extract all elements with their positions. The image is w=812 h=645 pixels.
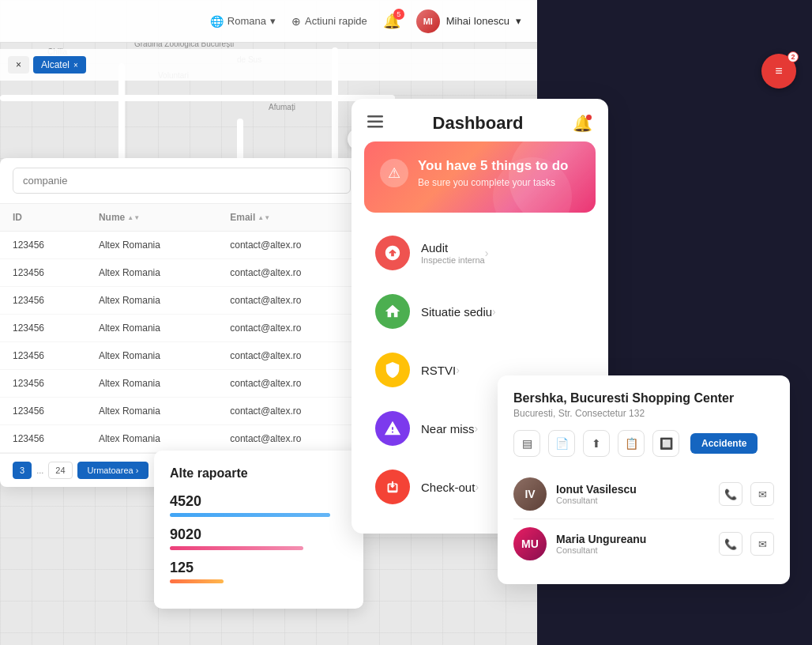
cell-id: 123456 <box>0 425 86 453</box>
menu-label: Check-out <box>421 481 475 494</box>
person-item: MU Maria Ungureanu Consultant 📞 ✉ <box>513 519 774 568</box>
chevron-right-icon: › <box>475 481 479 493</box>
accidente-badge[interactable]: Accidente <box>690 433 757 454</box>
close-filter-tab[interactable]: × <box>8 56 29 74</box>
doc-icon-5[interactable]: 🔲 <box>652 430 679 457</box>
fab-filter-button[interactable]: ≡ 2 <box>761 54 796 89</box>
chevron-right-icon: › <box>456 364 460 376</box>
person-role: Consultant <box>556 545 709 555</box>
email-icon[interactable]: ✉ <box>750 482 774 506</box>
cell-name: Altex Romania <box>86 259 217 287</box>
dashboard-title: Dashboard <box>433 113 524 134</box>
table-row[interactable]: 123456 Altex Romania contact@altex.ro <box>0 232 363 259</box>
location-actions-bar: ▤ 📄 ⬆ 📋 🔲 Accidente <box>513 430 774 457</box>
user-menu[interactable]: MI Mihai Ionescu ▾ <box>416 9 521 33</box>
alte-stat-item: 9020 <box>170 526 348 550</box>
doc-icon-1[interactable]: ▤ <box>513 430 540 457</box>
cell-email: contact@altex.ro <box>217 425 363 453</box>
bell-dot <box>586 115 592 120</box>
menu-icon-audit <box>375 236 410 270</box>
alte-stat-item: 4520 <box>170 493 348 517</box>
company-search-input[interactable] <box>13 168 351 194</box>
table-row[interactable]: 123456 Altex Romania contact@altex.ro <box>0 342 363 370</box>
menu-item-audit[interactable]: Audit Inspectie interna › <box>359 225 600 281</box>
menu-label: Audit <box>421 241 485 255</box>
chevron-right-icon: › <box>136 466 139 475</box>
menu-icon-check-out <box>375 470 410 504</box>
cell-id: 123456 <box>0 259 86 287</box>
phone-icon[interactable]: 📞 <box>719 532 742 556</box>
menu-icon-situatie-sediu <box>375 294 410 329</box>
filter-icon: ≡ <box>775 64 782 78</box>
table-row[interactable]: 123456 Altex Romania contact@altex.ro <box>0 425 363 453</box>
menu-item-situatie-sediu[interactable]: Situatie sediu › <box>359 284 600 339</box>
table-row[interactable]: 123456 Altex Romania contact@altex.ro <box>0 315 363 342</box>
doc-icon-4[interactable]: 📋 <box>618 430 645 457</box>
hamburger-menu-icon[interactable] <box>367 115 383 132</box>
banner-subtitle: Be sure you complete your tasks <box>418 177 568 188</box>
stat-bar <box>170 513 330 517</box>
page-btn-next[interactable]: Urmatoarea › <box>77 462 149 479</box>
table-row[interactable]: 123456 Altex Romania contact@altex.ro <box>0 370 363 398</box>
next-label: Urmatoarea <box>88 466 133 475</box>
cell-email: contact@altex.ro <box>217 287 363 315</box>
location-card: Bershka, Bucuresti Shopping Center Bucur… <box>498 375 790 584</box>
cell-name: Altex Romania <box>86 370 217 398</box>
header-bar: 🌐 Romana ▾ ⊕ Actiuni rapide 🔔 5 MI Mihai… <box>0 0 537 43</box>
cell-email: contact@altex.ro <box>217 342 363 370</box>
stat-value: 9020 <box>170 526 348 543</box>
table-row[interactable]: 123456 Altex Romania contact@altex.ro <box>0 398 363 425</box>
persons-list: IV Ionut Vasilescu Consultant 📞 ✉ MU Mar… <box>513 470 774 568</box>
user-name: Mihai Ionescu <box>446 15 509 27</box>
stat-bar <box>170 546 303 550</box>
cell-name: Altex Romania <box>86 425 217 453</box>
doc-icon-2[interactable]: 📄 <box>548 430 575 457</box>
stat-value: 4520 <box>170 493 348 510</box>
person-avatar: IV <box>513 477 547 511</box>
menu-icon-near-miss <box>375 411 410 446</box>
dashboard-header: Dashboard 🔔 <box>351 99 608 141</box>
location-address: Bucuresti, Str. Consectetur 132 <box>513 408 774 419</box>
close-icon[interactable]: × <box>73 61 78 70</box>
cell-email: contact@altex.ro <box>217 398 363 425</box>
table-row[interactable]: 123456 Altex Romania contact@altex.ro <box>0 287 363 315</box>
alcatel-filter-tab[interactable]: Alcatel × <box>33 56 86 74</box>
notification-bell-icon[interactable]: 🔔 <box>573 114 592 133</box>
language-selector[interactable]: 🌐 Romana ▾ <box>210 15 276 28</box>
banner-warning-icon: ⚠ <box>380 159 408 187</box>
col-email[interactable]: Email ▲▼ <box>217 204 363 232</box>
table-row[interactable]: 123456 Altex Romania contact@altex.ro <box>0 259 363 287</box>
cell-name: Altex Romania <box>86 287 217 315</box>
dashboard-banner[interactable]: ⚠ You have 5 things to do Be sure you co… <box>364 141 596 213</box>
banner-title: You have 5 things to do <box>418 157 568 175</box>
person-item: IV Ionut Vasilescu Consultant 📞 ✉ <box>513 470 774 519</box>
cell-id: 123456 <box>0 315 86 342</box>
person-name: Ionut Vasilescu <box>556 483 709 496</box>
email-icon[interactable]: ✉ <box>750 532 774 556</box>
doc-icon-3[interactable]: ⬆ <box>583 430 610 457</box>
cell-name: Altex Romania <box>86 232 217 259</box>
alte-stat-item: 125 <box>170 560 348 583</box>
banner-text: You have 5 things to do Be sure you comp… <box>418 157 568 188</box>
cell-id: 123456 <box>0 287 86 315</box>
page-btn-current[interactable]: 3 <box>13 462 32 479</box>
crm-panel: ID Nume ▲▼ Email ▲▼ 123456 Altex Romania… <box>0 158 363 487</box>
language-label: Romana <box>227 15 266 27</box>
stat-bar <box>170 579 224 583</box>
quick-actions[interactable]: ⊕ Actiuni rapide <box>291 15 367 28</box>
notification-button[interactable]: 🔔 5 <box>383 13 400 30</box>
chevron-right-icon: › <box>485 247 489 259</box>
menu-sublabel: Inspectie interna <box>421 255 485 265</box>
cell-name: Altex Romania <box>86 342 217 370</box>
chevron-down-icon: ▾ <box>270 15 276 27</box>
actions-label: Actiuni rapide <box>305 15 367 27</box>
page-btn-last[interactable]: 24 <box>48 462 72 479</box>
alte-rapoarte-title: Alte rapoarte <box>170 466 348 481</box>
cell-name: Altex Romania <box>86 315 217 342</box>
map-label: Afumați <box>269 103 295 111</box>
col-name[interactable]: Nume ▲▼ <box>86 204 217 232</box>
chevron-down-icon: ▾ <box>516 15 521 27</box>
phone-icon[interactable]: 📞 <box>719 482 742 506</box>
crm-search-wrapper <box>0 158 363 204</box>
notification-badge: 5 <box>393 9 404 20</box>
